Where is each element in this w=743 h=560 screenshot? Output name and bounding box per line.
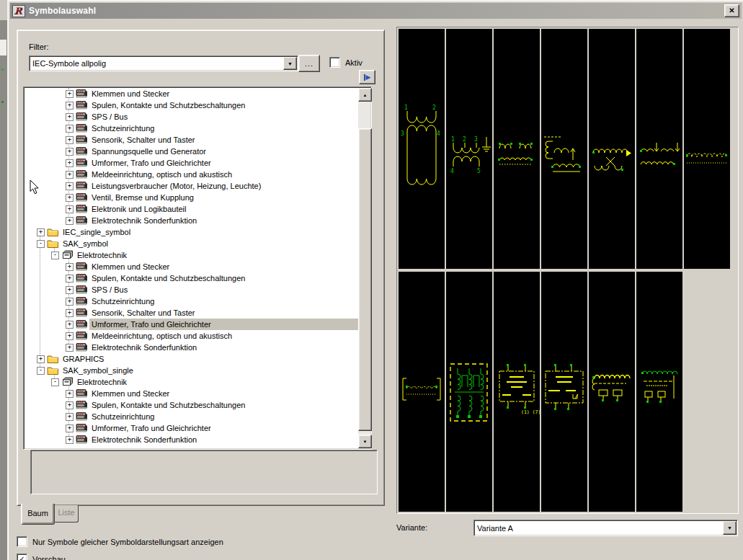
tree-item[interactable]: +Umformer, Trafo und Gleichrichter bbox=[25, 157, 358, 169]
expand-toggle[interactable]: + bbox=[66, 217, 74, 225]
expand-toggle[interactable]: + bbox=[66, 125, 74, 133]
expand-toggle[interactable]: + bbox=[66, 401, 74, 409]
scroll-up-icon[interactable]: ▲ bbox=[358, 88, 372, 102]
expand-toggle[interactable]: + bbox=[66, 309, 74, 317]
tree-item[interactable]: +Sensorik, Schalter und Taster bbox=[25, 307, 358, 319]
dropdown-arrow-icon[interactable]: ▼ bbox=[723, 521, 737, 535]
tree-item[interactable]: -Elektrotechnik bbox=[25, 376, 358, 388]
tree-item[interactable]: +Spulen, Kontakte und Schutzbeschaltunge… bbox=[25, 99, 358, 111]
tree-scrollbar[interactable]: ▲ ▼ bbox=[358, 88, 370, 448]
expand-toggle[interactable]: + bbox=[37, 355, 45, 363]
tree-item[interactable]: +IEC_single_symbol bbox=[25, 226, 358, 238]
expand-toggle[interactable]: + bbox=[66, 136, 74, 144]
tree-item[interactable]: -SAK_symbol_single bbox=[25, 365, 358, 376]
expand-toggle[interactable]: + bbox=[66, 102, 74, 110]
expand-toggle[interactable]: + bbox=[66, 275, 74, 283]
filter-combobox[interactable]: IEC-Symbole allpolig ▼ bbox=[29, 55, 298, 71]
tree-item[interactable]: +Schutzeinrichtung bbox=[25, 295, 358, 307]
tree-item[interactable]: +Meldeeinrichtung, optisch und akustisch bbox=[25, 330, 358, 342]
preview-checkbox[interactable]: ✓ Vorschau bbox=[17, 554, 66, 560]
aktiv-checkbox[interactable]: Aktiv bbox=[329, 57, 362, 68]
tree-item[interactable]: +Umformer, Trafo und Gleichrichter bbox=[25, 422, 358, 434]
expand-toggle[interactable]: + bbox=[66, 425, 74, 432]
scroll-down-icon[interactable]: ▼ bbox=[358, 435, 372, 448]
tree-item[interactable]: +Meldeeinrichtung, optisch und akustisch bbox=[25, 169, 358, 180]
tab-liste[interactable]: Liste bbox=[54, 505, 79, 523]
expand-toggle[interactable]: - bbox=[37, 367, 45, 375]
expand-toggle[interactable]: - bbox=[37, 240, 45, 248]
folder-icon bbox=[47, 227, 60, 237]
tree-item[interactable]: +Elektrotechnik Sonderfunktion bbox=[25, 215, 358, 226]
title-bar[interactable]: R Symbolauswahl ✕ bbox=[10, 3, 742, 19]
symbol-tile-7[interactable] bbox=[684, 29, 730, 269]
expand-toggle[interactable]: + bbox=[66, 263, 74, 271]
same-representation-checkbox[interactable]: Nur Symbole gleicher Symboldarstellungsa… bbox=[17, 536, 223, 547]
tree-item[interactable]: +Umformer, Trafo und Gleichrichter bbox=[25, 319, 358, 330]
tree-item[interactable]: +Elektrotechnik Sonderfunktion bbox=[25, 434, 358, 445]
tree-item[interactable]: +Klemmen und Stecker bbox=[25, 388, 358, 399]
tree-item-label: Meldeeinrichtung, optisch und akustisch bbox=[89, 330, 234, 342]
expand-toggle[interactable]: + bbox=[66, 148, 74, 156]
symbol-tile-13[interactable] bbox=[636, 272, 682, 512]
tree-item[interactable]: -Elektrotechnik bbox=[25, 249, 358, 261]
tree-item[interactable]: +GRAPHICS bbox=[25, 353, 358, 365]
tree-item[interactable]: +Elektrotechnik Sonderfunktion bbox=[25, 342, 358, 353]
symbol-tree[interactable]: +Klemmen und Stecker+Spulen, Kontakte un… bbox=[23, 86, 372, 450]
expand-toggle[interactable]: + bbox=[66, 332, 74, 340]
dropdown-arrow-icon[interactable]: ▼ bbox=[283, 57, 297, 70]
tree-item[interactable]: +Schutzeinrichtung bbox=[25, 411, 358, 422]
expand-toggle[interactable]: + bbox=[66, 194, 74, 202]
tree-item[interactable]: +SPS / Bus bbox=[25, 111, 358, 123]
tree-item[interactable]: +Leistungsverbraucher (Motor, Heizung, L… bbox=[25, 180, 358, 192]
expand-toggle[interactable]: + bbox=[66, 182, 74, 190]
tree-item[interactable]: +Klemmen und Stecker bbox=[25, 88, 358, 99]
tab-baum[interactable]: Baum bbox=[21, 504, 55, 525]
same-representation-checkbox-box[interactable] bbox=[17, 536, 27, 547]
symbol-tile-8[interactable] bbox=[399, 272, 445, 512]
expand-toggle[interactable]: + bbox=[66, 436, 74, 444]
expand-toggle[interactable]: + bbox=[66, 90, 74, 98]
tree-item[interactable]: +Sensorik, Schalter und Taster bbox=[25, 134, 358, 146]
tree-item[interactable]: +Spulen, Kontakte und Schutzbeschaltunge… bbox=[25, 272, 358, 284]
category-icon bbox=[76, 296, 89, 306]
preview-checkbox-box[interactable]: ✓ bbox=[17, 554, 27, 560]
tree-item[interactable]: +Spannungsquelle und Generator bbox=[25, 146, 358, 157]
tree-item[interactable]: +Spulen, Kontakte und Schutzbeschaltunge… bbox=[25, 399, 358, 411]
expand-toggle[interactable]: - bbox=[51, 252, 59, 259]
symbol-tile-5[interactable] bbox=[589, 29, 635, 269]
expand-toggle[interactable]: + bbox=[37, 228, 45, 236]
tree-item[interactable]: -SAK_symbol bbox=[25, 238, 358, 249]
expand-toggle[interactable]: + bbox=[66, 113, 74, 121]
expand-toggle[interactable]: + bbox=[66, 298, 74, 306]
tree-item[interactable]: +SPS / Bus bbox=[25, 284, 358, 295]
expand-toggle[interactable]: + bbox=[66, 321, 74, 329]
expand-toggle[interactable]: - bbox=[51, 378, 59, 386]
expand-toggle[interactable]: + bbox=[66, 286, 74, 294]
variante-combobox[interactable]: Variante A ▼ bbox=[473, 520, 738, 536]
scrollbar-thumb[interactable] bbox=[358, 128, 372, 431]
expand-toggle[interactable]: + bbox=[66, 413, 74, 421]
close-button[interactable]: ✕ bbox=[724, 4, 739, 17]
symbol-tile-6[interactable] bbox=[636, 29, 682, 269]
tree-item[interactable]: +Ventil, Bremse und Kupplung bbox=[25, 192, 358, 203]
aktiv-checkbox-box[interactable] bbox=[329, 57, 340, 68]
symbol-tile-2[interactable]: 1 2 3 4 5 bbox=[446, 29, 492, 269]
tree-item-label: Meldeeinrichtung, optisch und akustisch bbox=[89, 169, 234, 180]
expand-toggle[interactable]: + bbox=[66, 159, 74, 167]
tree-item[interactable]: +Elektronik und Logikbauteil bbox=[25, 203, 358, 215]
tree-item[interactable]: +Schutzeinrichtung bbox=[25, 123, 358, 134]
expand-toggle[interactable]: + bbox=[66, 390, 74, 398]
symbol-tile-12[interactable] bbox=[589, 272, 635, 512]
symbol-tile-11[interactable] bbox=[541, 272, 587, 512]
symbol-tile-1[interactable]: 1 2 3 4 bbox=[399, 29, 445, 269]
apply-filter-button[interactable]: ▶ bbox=[359, 70, 375, 84]
expand-toggle[interactable]: + bbox=[66, 205, 74, 213]
symbol-tile-9-selected[interactable] bbox=[446, 272, 492, 512]
expand-toggle[interactable]: + bbox=[66, 344, 74, 352]
expand-toggle[interactable]: + bbox=[66, 171, 74, 179]
browse-button[interactable]: ... bbox=[298, 55, 320, 72]
symbol-tile-10[interactable]: (1) (7) bbox=[494, 272, 540, 512]
tree-item[interactable]: +Klemmen und Stecker bbox=[25, 261, 358, 272]
symbol-tile-4[interactable] bbox=[541, 29, 587, 269]
symbol-tile-3[interactable] bbox=[494, 29, 540, 269]
